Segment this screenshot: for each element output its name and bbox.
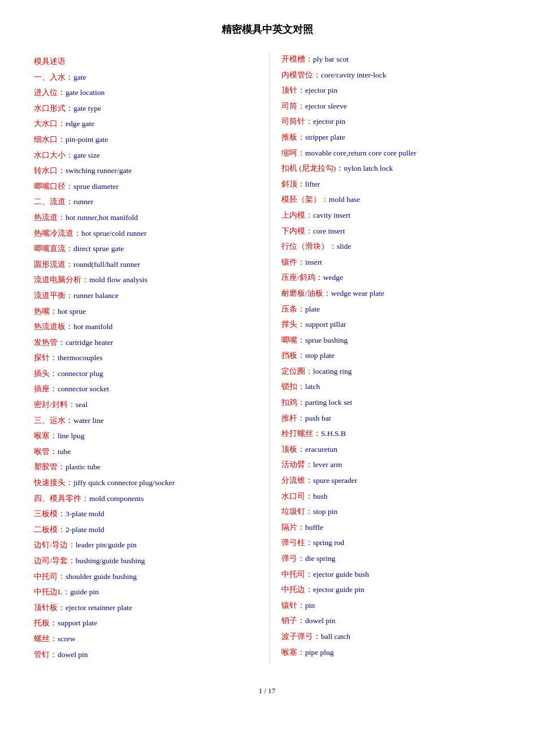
column-divider [270, 53, 270, 664]
term-en: push bar [305, 414, 331, 422]
term-row: 销子：dowel pin [281, 615, 500, 627]
term-row: 二、流道：runner [34, 196, 253, 208]
term-en: die spring [305, 554, 336, 563]
term-zh: 管钉： [34, 650, 58, 659]
term-en: hot manifold [73, 322, 112, 331]
term-en: tube [58, 447, 71, 456]
term-en: jiffy quick connector plug/socker [73, 478, 175, 487]
term-en: ply bar scot [313, 55, 349, 63]
section-zh: 一、入水： [34, 73, 73, 81]
term-row: 边钉/导边：leader pin/guide pin [34, 539, 253, 551]
term-en: runner balance [73, 291, 119, 300]
term-en: pipe plug [305, 648, 334, 656]
term-zh: 细水口： [34, 135, 66, 144]
term-row: 定位圈：locating ring [281, 365, 500, 378]
term-row: 弹弓柱：spring rod [281, 537, 500, 549]
term-zh: 斜顶： [281, 180, 305, 188]
term-row: 斜顶：lifter [281, 178, 500, 191]
term-en: pin [305, 601, 315, 610]
term-row: 开模槽：ply bar scot [281, 53, 500, 66]
term-zh: 边司/导套： [34, 556, 76, 565]
term-row: 热流道：hot runner,hot manifold [34, 211, 253, 224]
section-zh: 二、流道： [34, 197, 73, 206]
term-en: sprue diameter [73, 182, 119, 191]
term-row: 司筒针：ejector pin [281, 115, 500, 128]
term-row: 水口司：bush [281, 490, 500, 503]
term-row: 中托边：ejector guide pin [281, 584, 500, 596]
term-en: plastic tube [66, 463, 101, 471]
term-en: lifter [305, 180, 320, 188]
term-en: cavity insert [313, 211, 350, 219]
section-en: water line [73, 416, 104, 425]
term-zh: 探针： [34, 353, 58, 362]
term-row: 大水口：edge gate [34, 118, 253, 130]
left-column: 模具述语一、入水：gate进入位：gate location水口形式：gate … [34, 53, 264, 664]
term-zh: 发热管： [34, 338, 66, 347]
term-zh: 水口形式： [34, 104, 73, 113]
term-zh: 流道平衡： [34, 291, 73, 300]
term-zh: 边钉/导边： [34, 541, 76, 549]
term-row: 中托边L：guide pin [34, 586, 253, 598]
term-zh: 撑头： [281, 320, 305, 329]
term-row: 推板：stripper plate [281, 131, 500, 144]
term-zh: 中托司： [281, 570, 313, 578]
term-row: 流道电脑分析：mold flow analysis [34, 274, 253, 286]
term-row: 四、模具零件：mold components [34, 493, 253, 505]
term-en: ejector pin [305, 86, 337, 94]
term-row: 推杆：push bar [281, 412, 500, 425]
term-row: 水口形式：gate type [34, 102, 253, 115]
term-en: eracuretun [305, 445, 337, 453]
term-row: 挡板：stop plate [281, 349, 500, 362]
section-en: mold components [89, 494, 144, 503]
term-en: screw [58, 634, 75, 643]
term-zh: 流道电脑分析： [34, 275, 89, 284]
term-zh: 弹弓柱： [281, 538, 313, 547]
term-en: slide [337, 242, 351, 250]
term-row: 栓打螺丝：S.H.S.B [281, 427, 500, 440]
page-title: 精密模具中英文对照 [34, 23, 500, 36]
term-row: 喉塞：line lpug [34, 430, 253, 442]
term-en: line lpug [58, 431, 85, 440]
term-zh: 下内模： [281, 227, 313, 235]
term-row: 模胚（架）：mold base [281, 193, 500, 206]
term-zh: 转水口： [34, 166, 66, 175]
term-zh: 挡板： [281, 351, 305, 360]
term-zh: 上内模： [281, 211, 313, 219]
term-en: hot runner,hot manifold [66, 213, 138, 222]
term-row: 管钉：dowel pin [34, 649, 253, 661]
term-zh: 螺丝： [34, 634, 58, 643]
term-row: 唧嘴口径：sprue diameter [34, 180, 253, 193]
term-zh: 弹弓： [281, 554, 305, 563]
term-en: ejector retainner plate [66, 603, 132, 612]
term-zh: 耐磨板/油板： [281, 289, 331, 297]
term-zh: 热嘴： [34, 307, 58, 316]
term-zh: 销子： [281, 616, 305, 625]
term-row: 三、运水：water line [34, 414, 253, 427]
term-en: round(full/half runner [73, 260, 140, 269]
term-en: direct sprue gate [73, 244, 124, 253]
term-row: 热嘴：hot sprue [34, 305, 253, 318]
term-en: ejector pin [313, 117, 345, 126]
term-en: movable core,return core core puller [305, 149, 416, 157]
term-row: 司筒：ejector sleeve [281, 100, 500, 113]
term-en: mold base [329, 195, 360, 204]
term-en: cartridge heater [66, 338, 113, 347]
term-zh: 中托边： [281, 585, 313, 594]
term-en: guide pin [70, 587, 99, 596]
term-row: 热流道板：hot manifold [34, 321, 253, 333]
term-en: core insert [313, 227, 345, 235]
term-row: 边司/导套：bushing/guide bushing [34, 555, 253, 567]
section-zh: 四、模具零件： [34, 494, 89, 503]
term-row: 耐磨板/油板：wedge wear plate [281, 287, 500, 300]
term-row: 行位（滑块）：slide [281, 240, 500, 253]
term-en: spring rod [313, 538, 344, 547]
term-zh: 司筒针： [281, 117, 313, 126]
term-en: 2-plate mold [66, 525, 105, 534]
term-row: 细水口：pin-point gate [34, 133, 253, 146]
term-zh: 二板模： [34, 525, 66, 534]
term-row: 进入位：gate location [34, 87, 253, 99]
term-zh: 唧嘴口径： [34, 182, 73, 191]
term-en: gate type [73, 104, 101, 113]
term-zh: 塑胶管： [34, 463, 66, 471]
term-en: pin-point gate [66, 135, 108, 144]
